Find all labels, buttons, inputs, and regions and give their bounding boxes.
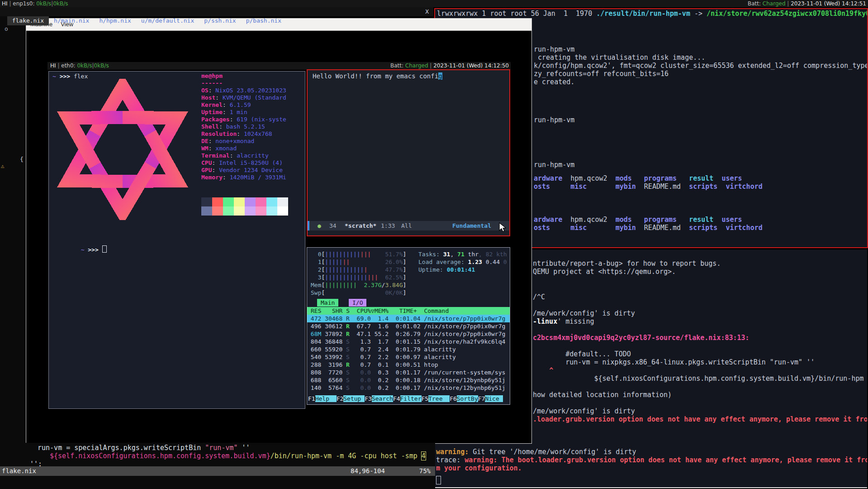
htop-meter: 2[|||||||||||| 47.7%]	[311, 266, 406, 273]
fkey-action-SortBy[interactable]: SortBy	[457, 395, 478, 402]
htop-table-header[interactable]: RES SHR S CPU%▽MEM% TIME+ Command	[307, 307, 510, 315]
close-icon[interactable]: X	[425, 7, 429, 16]
fkey-action-Filter[interactable]: Filter	[400, 395, 422, 402]
editor-clipped-text: {	[20, 156, 24, 163]
fkey-action-Nice[interactable]: Nice	[485, 395, 499, 402]
palette-swatch	[256, 197, 266, 206]
palette-swatch	[245, 206, 256, 216]
tab-flake-nix[interactable]: flake.nix	[7, 16, 49, 25]
terminal-line: /me/work/config' is dirty	[533, 407, 635, 415]
terminal-line: .loader.grub.version option does not hav…	[533, 415, 867, 423]
palette-swatch	[223, 197, 234, 206]
htop-meter: Swp[ 0K/0K]	[311, 289, 406, 297]
terminal-line: ${self.nixosConfigurations.hpm.config.sy…	[50, 452, 426, 460]
fkey-F6: F6	[450, 395, 457, 402]
neofetch-entry: Memory: 1420MiB / 3931Mi	[201, 174, 286, 181]
neofetch-entry: WM: xmonad	[201, 145, 286, 152]
statusline-filename: flake.nix	[2, 466, 36, 476]
terminal-line: ardware hpm.qcow2 mods programs result u…	[534, 216, 742, 224]
terminal-line: run-hpm-vm	[534, 45, 574, 53]
fkey-action-Setup[interactable]: Setup	[343, 395, 365, 402]
statusline-scroll-percent: 75%	[419, 466, 431, 476]
host-battery-clock: Batt: Charged | 2023-11-01 (Wed) 14:12:5…	[748, 0, 866, 7]
htop-window[interactable]: 0[||||||||||||| 51.7%] 1[||||||| 26.0%] …	[307, 247, 510, 405]
shell-prompt: ~ >>>	[52, 238, 107, 261]
fkey-F3: F3	[365, 395, 372, 402]
modeline-major-mode[interactable]: Fundamental	[452, 221, 491, 230]
htop-tab-main[interactable]: Main	[317, 299, 338, 307]
fkey-action-Search[interactable]: Search	[372, 395, 393, 402]
fkey-F7: F7	[478, 395, 485, 402]
modeline-position: 1:33	[381, 221, 395, 230]
vm-terminal-window[interactable]: ~ >>> flex	[48, 71, 305, 409]
htop-summary-line: Uptime: 00:01:41	[418, 266, 475, 273]
emacs-buffer-text: Hello World!! from my emacs config	[313, 72, 442, 80]
palette-swatch	[266, 206, 277, 216]
terminal-line: ardware hpm.qcow2 mods programs result u…	[534, 174, 742, 182]
neofetch-user-host: me@hpm	[201, 72, 286, 80]
palette-swatch	[256, 206, 266, 216]
htop-process-row[interactable]: 688 6560 S 0.0 0.2 0:00.18 /nix/store/12…	[307, 376, 510, 384]
nixos-logo	[51, 79, 194, 220]
terminal-line: run-vm = nixpkgs.x86_64-linux.pkgs.write…	[533, 358, 815, 366]
host-status-bar: HI | enp1s0: 0kB/s|0kB/s Batt: Charged |…	[0, 0, 868, 7]
modeline-number: 34	[329, 221, 337, 230]
tab-u-m-default-nix[interactable]: u/m/default.nix	[136, 16, 199, 25]
palette-swatch	[277, 197, 288, 206]
qemu-window[interactable]: MachineView HI | eth0: 0kB/s|0kB/s Batt:…	[26, 18, 532, 444]
palette-swatch	[212, 197, 223, 206]
htop-tab-io[interactable]: I/O	[349, 299, 366, 307]
htop-meter: Mem[||||||||| 2.37G/3.84G]	[311, 281, 406, 289]
vm-battery-clock: Batt: Charged | 2023-11-01 (Wed) 14:12:5…	[390, 62, 509, 70]
modified-indicator-icon: ●	[318, 221, 321, 230]
terminal-line: osts misc mybin README.md scripts virtch…	[534, 182, 763, 191]
htop-process-row[interactable]: 68M 37892 R 47.1 55.2 0:26.79 /nix/store…	[307, 330, 510, 338]
neofetch-entry: OS: NixOS 23.05.20231023	[201, 87, 286, 94]
editor-tab-bar: flake.nixh/main.nixh/hpm.nixu/m/default.…	[0, 7, 433, 16]
palette-swatch	[201, 206, 212, 216]
fkey-bar-stub	[499, 395, 503, 402]
htop-process-row[interactable]: 660 55920 S 0.7 2.4 0:01.79 alacritty	[307, 345, 510, 353]
terminal-line: lrwxrwxrwx 1 root root 56 Jan 1 1970 ./r…	[437, 10, 868, 18]
htop-process-row[interactable]: 496 30612 R 67.7 1.6 0:01.02 /nix/store/…	[307, 322, 510, 330]
terminal-color-palette	[201, 197, 288, 216]
tab-h-hpm-nix[interactable]: h/hpm.nix	[94, 16, 136, 25]
vm-screen[interactable]: HI | eth0: 0kB/s|0kB/s Batt: Charged | 2…	[47, 62, 511, 410]
terminal-line: ${self.nixosConfigurations.hpm.config.sy…	[533, 374, 864, 383]
htop-process-row[interactable]: 472 30468 R 69.0 1.4 0:01.04 /nix/store/…	[307, 315, 510, 322]
neofetch-output: me@hpm------OS: NixOS 23.05.20231023Host…	[201, 72, 286, 181]
htop-process-row[interactable]: 288 3196 R 0.7 0.1 0:00.51 htop	[307, 361, 510, 369]
emacs-window[interactable]: Hello World!! from my emacs config ● 34 …	[307, 69, 510, 236]
terminal-line: e created.	[534, 78, 574, 86]
fkey-action-Tree[interactable]: Tree	[428, 395, 450, 402]
text-cursor	[102, 245, 107, 253]
htop-summary-line: Tasks: 31, 71 thr, 82 kth	[418, 250, 507, 258]
fkey-action-Help[interactable]: Help	[315, 395, 337, 402]
terminal-line: -linux' missing	[533, 317, 594, 326]
terminal-line: how detailed location information)	[533, 391, 672, 399]
terminal-line: run-vm = specialArgs.pkgs.writeScriptBin…	[38, 444, 250, 452]
text-cursor: g	[438, 72, 442, 80]
tab-h-main-nix[interactable]: h/main.nix	[49, 16, 94, 25]
neofetch-entry: Uptime: 1 min	[201, 109, 286, 116]
tab-p-ssh-nix[interactable]: p/ssh.nix	[199, 16, 241, 25]
palette-swatch	[234, 197, 245, 206]
modeline-scroll: All	[401, 221, 412, 230]
terminal-line: run-hpm-vm	[534, 161, 574, 169]
terminal-line: m your configuration.	[436, 464, 522, 472]
palette-swatch	[266, 197, 277, 206]
statusline-cursor-position: 84,96-104	[351, 466, 385, 476]
terminal-line: run-hpm-vm	[534, 116, 574, 124]
htop-meter: 3[||||||||||||||| 62.5%]	[311, 273, 406, 281]
htop-process-row[interactable]: 808 7720 S 0.0 0.3 0:01.17 /run/current-…	[307, 369, 510, 376]
palette-swatch	[277, 206, 288, 216]
htop-process-row[interactable]: 804 36848 S 1.3 1.7 0:01.15 /nix/store/h…	[307, 338, 510, 345]
host-network-status: HI | enp1s0: 0kB/s|0kB/s	[2, 0, 68, 7]
terminal-line: warning: Git tree '/home/me/work/config'…	[436, 448, 636, 456]
tab-p-bash-nix[interactable]: p/bash.nix	[241, 16, 286, 25]
htop-process-row[interactable]: 540 53992 S 0.7 2.2 0:00.97 alacritty	[307, 353, 510, 361]
fkey-F4: F4	[393, 395, 400, 402]
htop-process-row[interactable]: 140 5764 S 0.0 0.2 0:00.17 /nix/store/12…	[307, 384, 510, 392]
terminal-line: ^	[533, 366, 553, 374]
editor-bottom-pane[interactable]: run-vm = specialArgs.pkgs.writeScriptBin…	[0, 443, 435, 489]
